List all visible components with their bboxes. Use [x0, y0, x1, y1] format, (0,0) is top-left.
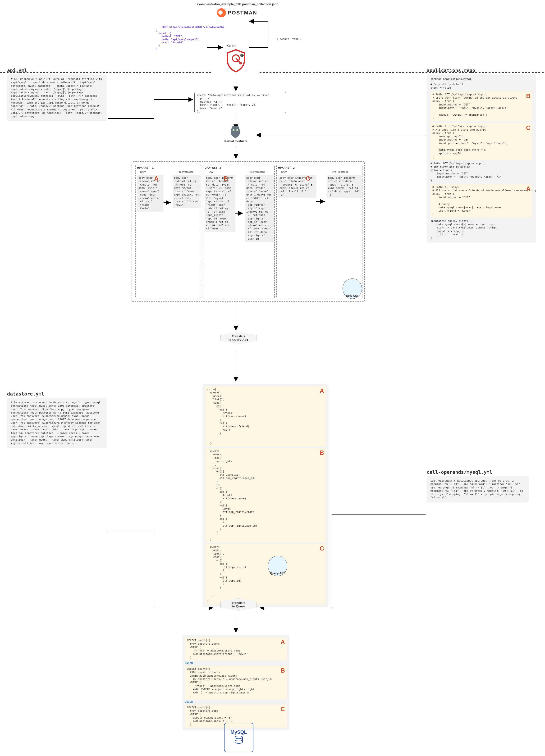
- opa-ast1-pre: body expr index=0 ref eq 'Arnold' ref da…: [173, 175, 201, 208]
- ast-raw-label: RAW: [137, 171, 149, 174]
- rego-rule-b: # Path: GET /api/mysql/apps/:app_id # Us…: [431, 91, 532, 121]
- sql-union-1: UNION: [185, 662, 287, 665]
- badge-a-1: A: [154, 175, 159, 182]
- postman-response-panel: { result: true }: [270, 34, 302, 44]
- svg-point-17: [236, 129, 238, 131]
- sql-b: SELECT count(*) FROM appstore.users INNE…: [185, 666, 287, 699]
- query-ast-a: union[ query{ users, link[], cond[ eq[] …: [205, 386, 326, 447]
- database-icon: [233, 735, 244, 746]
- badge-c-sql: C: [280, 706, 285, 713]
- badge-a-ast: A: [320, 387, 324, 395]
- ast-raw-label3: RAW: [278, 171, 290, 174]
- badge-c-rego: C: [526, 124, 531, 132]
- api-yml-title: api.yml: [7, 68, 107, 73]
- badge-b-1: B: [224, 175, 228, 182]
- svg-point-16: [233, 129, 234, 131]
- call-operands-panel: call-operands/mysql.yml call-operands: #…: [427, 469, 529, 502]
- postman-collection-filename: examples/kelon_example_E2E.postman_colle…: [197, 2, 278, 6]
- applications-rego-panel: applications.rego package applications.m…: [427, 68, 536, 242]
- rego-package: package applications.mysql: [431, 77, 532, 81]
- badge-b-rego: B: [526, 92, 531, 100]
- ast-raw-label2: RAW: [205, 171, 216, 174]
- sql-union-2: UNION: [185, 700, 287, 704]
- api-yml-body: # All mapped APIs apis: # Route all requ…: [7, 75, 107, 121]
- query-ast-circle-text: Query-AST: [270, 572, 285, 575]
- query-ast-c: query{ apps, link[], cond[ eq[] eq(){ at…: [205, 544, 326, 604]
- datastore-yml-title: datastore.yml: [7, 391, 107, 397]
- api-yml-panel: api.yml # All mapped APIs apis: # Route …: [7, 68, 107, 121]
- query-ast-circle-icon: Query-AST: [268, 556, 287, 576]
- rego-deny: # Deny all by default allow = false: [431, 83, 532, 90]
- opa-ast-circle-text: OPA-AST: [346, 294, 358, 298]
- opa-ast1-raw: body expr index=0 ref eq 'Arnold' ref da…: [137, 175, 164, 212]
- badge-c-ast: C: [320, 545, 324, 552]
- rego-rule-c: # Path: GET /api/mysql/apps/:app_id # Al…: [431, 123, 532, 160]
- translate-to-query-ast: Translate to Query-AST: [220, 332, 256, 344]
- opa-ast-circle-icon: OPA-AST: [343, 278, 362, 299]
- ast-pre-label: Pre-Processed: [175, 171, 196, 174]
- opa-mascot-icon: [228, 124, 243, 140]
- applications-rego-title: applications.rego: [427, 68, 536, 73]
- query-ast-panel: union[ query{ users, link[], cond[ eq[] …: [203, 384, 328, 607]
- badge-b-sql: B: [280, 667, 285, 674]
- call-operands-body: call-operands: # Relational operands - o…: [427, 476, 529, 502]
- ast-pre-label2: Pre-Processed: [246, 171, 267, 174]
- opa-ast2-raw: body expr index=0 ref eq 'Arnold' ref da…: [205, 175, 235, 232]
- call-operands-title: call-operands/mysql.yml: [427, 469, 529, 475]
- mysql-label: MySQL: [231, 729, 247, 735]
- postman-request: POST http://localhost:8181/v1/data/authz…: [155, 26, 224, 50]
- opa-ast2-title: OPA-AST 2: [205, 166, 221, 170]
- rego-rule-a: # Path: GET <any> # All users that are a…: [431, 184, 532, 218]
- kelon-parsed-request: query: "data.applications.mysql.allow ==…: [194, 92, 286, 113]
- postman-icon: [217, 8, 226, 17]
- postman-label: POSTMAN: [228, 10, 257, 16]
- sql-panel: SELECT count(*) FROM appstore.users WHER…: [183, 635, 289, 730]
- opa-ast3-raw: body expr index=0 ref eq ref data apps _…: [278, 175, 316, 198]
- rego-helper: appRights[[appId, right]] { data.mysql.u…: [431, 219, 532, 240]
- postman-brand: POSTMAN: [217, 8, 257, 17]
- badge-a-sql: A: [280, 638, 285, 646]
- kelon-title: Kelon: [226, 44, 236, 48]
- opa-ast3-title: OPA-AST 2: [278, 166, 295, 170]
- opa-ast1-title: OPA-AST 1: [137, 166, 154, 170]
- rego-rule-first: # Path: GET /api/mysql/apps/:app_id # Th…: [431, 162, 532, 182]
- opa-ast2-pre: body expr index=0 ref eq 'Arnold' ref da…: [245, 175, 274, 242]
- ast-pre-label3: Pre-Processed: [328, 171, 352, 174]
- opa-ast3-pre: body expr index=0 ref eq ref data 'apps'…: [327, 175, 362, 198]
- sql-a: SELECT count(*) FROM appstore.users WHER…: [185, 638, 287, 661]
- badge-b-ast: B: [320, 449, 324, 456]
- mysql-target-box: MySQL: [224, 723, 253, 752]
- datastore-yml-panel: datastore.yml # Datastores to connect to…: [7, 391, 107, 448]
- partial-evaluate-label: Partial Evaluate: [223, 139, 249, 143]
- svg-point-15: [239, 62, 242, 64]
- postman-request-panel: POST http://localhost:8181/v1/data/authz…: [155, 23, 224, 53]
- datastore-yml-body: # Datastores to connect to datastores: m…: [7, 398, 107, 448]
- badge-a-rego: A: [526, 185, 531, 192]
- query-ast-b: query{ users, link[ app_rights ], cond[ …: [205, 448, 326, 542]
- kelon-shield-icon: [225, 49, 247, 72]
- badge-c-1: C: [306, 175, 310, 182]
- svg-point-18: [235, 736, 243, 739]
- postman-response: { result: true }: [277, 37, 302, 41]
